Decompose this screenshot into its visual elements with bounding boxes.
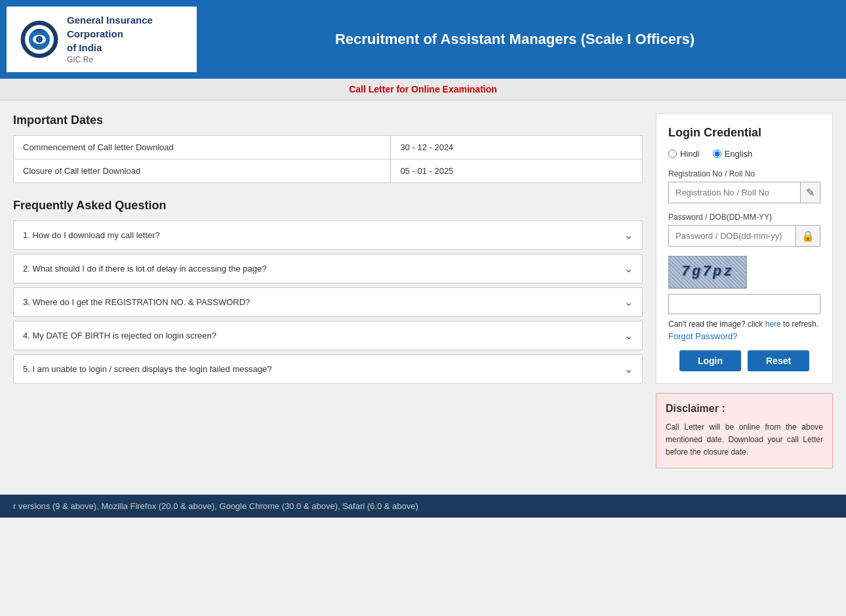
date-value-1: 30 - 12 - 2024 bbox=[391, 135, 643, 159]
captcha-text: 7g7pz bbox=[681, 264, 734, 280]
page-title: Recruitment of Assistant Managers (Scale… bbox=[203, 31, 846, 48]
reg-input-row: ✎ bbox=[668, 182, 820, 203]
edit-icon[interactable]: ✎ bbox=[800, 182, 820, 203]
logo-text: General Insurance Corporation of India G… bbox=[67, 13, 153, 66]
chevron-down-icon: ⌄ bbox=[624, 229, 633, 241]
faq-item-3[interactable]: 3. Where do I get the REGISTRATION NO. &… bbox=[13, 287, 643, 317]
svg-point-5 bbox=[37, 37, 41, 41]
faq-question-text-4: 4. My DATE OF BIRTH is rejected on login… bbox=[23, 331, 216, 340]
captcha-refresh-text: Can't read the image? click here to refr… bbox=[668, 319, 820, 329]
captcha-refresh-link[interactable]: here bbox=[765, 319, 781, 329]
button-row: Login Reset bbox=[668, 350, 820, 371]
reset-button[interactable]: Reset bbox=[748, 350, 809, 371]
disclaimer-text: Call Letter will be online from the abov… bbox=[666, 421, 823, 459]
faq-question-4[interactable]: 4. My DATE OF BIRTH is rejected on login… bbox=[14, 321, 642, 350]
chevron-down-icon: ⌄ bbox=[624, 296, 633, 308]
hindi-radio[interactable] bbox=[668, 150, 677, 158]
faq-item-1[interactable]: 1. How do I download my call letter? ⌄ bbox=[13, 220, 643, 250]
password-label: Password / DOB(DD-MM-YY) bbox=[668, 213, 820, 222]
captcha-image: 7g7pz bbox=[668, 256, 747, 289]
right-panel: Login Credential Hindi English Registrat… bbox=[656, 113, 833, 469]
login-box: Login Credential Hindi English Registrat… bbox=[656, 113, 833, 384]
faq-question-text-1: 1. How do I download my call letter? bbox=[23, 230, 160, 240]
faq-question-3[interactable]: 3. Where do I get the REGISTRATION NO. &… bbox=[14, 288, 642, 316]
lock-icon[interactable]: 🔒 bbox=[796, 226, 820, 246]
faq-question-text-5: 5. I am unable to login / screen display… bbox=[23, 364, 272, 374]
password-input[interactable] bbox=[669, 226, 796, 246]
disclaimer-title: Disclaimer : bbox=[666, 403, 823, 415]
faq-item-5[interactable]: 5. I am unable to login / screen display… bbox=[13, 354, 643, 384]
footer-text: r versions (9 & above), Mozilla Firefox … bbox=[13, 501, 418, 511]
language-selector: Hindi English bbox=[668, 149, 820, 159]
registration-input[interactable] bbox=[669, 182, 800, 203]
header: General Insurance Corporation of India G… bbox=[0, 0, 846, 79]
hindi-radio-label[interactable]: Hindi bbox=[668, 149, 700, 159]
chevron-down-icon: ⌄ bbox=[624, 329, 633, 342]
faq-question-text-3: 3. Where do I get the REGISTRATION NO. &… bbox=[23, 297, 250, 307]
table-row: Commencement of Call letter Download 30 … bbox=[14, 135, 643, 159]
chevron-down-icon: ⌄ bbox=[624, 262, 633, 275]
gic-logo-icon bbox=[20, 20, 59, 59]
login-title: Login Credential bbox=[668, 126, 820, 140]
date-label-2: Closure of Call letter Download bbox=[14, 159, 391, 182]
logo-abbr: GIC Re bbox=[67, 54, 153, 66]
login-button[interactable]: Login bbox=[679, 350, 741, 371]
english-radio[interactable] bbox=[713, 150, 721, 158]
faq-item-2[interactable]: 2. What should I do if there is lot of d… bbox=[13, 254, 643, 283]
faq-question-5[interactable]: 5. I am unable to login / screen display… bbox=[14, 355, 642, 383]
faq-question-1[interactable]: 1. How do I download my call letter? ⌄ bbox=[14, 221, 642, 249]
logo-line2: Corporation bbox=[67, 27, 153, 41]
english-label: English bbox=[725, 149, 753, 159]
date-value-2: 05 - 01 - 2025 bbox=[391, 159, 643, 182]
english-radio-label[interactable]: English bbox=[713, 149, 753, 159]
important-dates-title: Important Dates bbox=[13, 113, 643, 127]
sub-header: Call Letter for Online Examination bbox=[0, 79, 846, 100]
left-panel: Important Dates Commencement of Call let… bbox=[13, 113, 643, 469]
faq-title: Frequently Asked Question bbox=[13, 199, 643, 213]
forgot-password-link[interactable]: Forgot Password? bbox=[668, 331, 820, 341]
logo-line3: of India bbox=[67, 41, 153, 54]
captcha-input[interactable] bbox=[668, 294, 820, 314]
logo-box: General Insurance Corporation of India G… bbox=[7, 7, 197, 72]
main-content: Important Dates Commencement of Call let… bbox=[0, 100, 846, 482]
disclaimer-box: Disclaimer : Call Letter will be online … bbox=[656, 393, 833, 469]
faq-item-4[interactable]: 4. My DATE OF BIRTH is rejected on login… bbox=[13, 321, 643, 350]
footer: r versions (9 & above), Mozilla Firefox … bbox=[0, 495, 846, 518]
logo-line1: General Insurance bbox=[67, 13, 153, 27]
faq-question-2[interactable]: 2. What should I do if there is lot of d… bbox=[14, 255, 642, 283]
chevron-down-icon: ⌄ bbox=[624, 363, 633, 375]
dates-table: Commencement of Call letter Download 30 … bbox=[13, 135, 643, 183]
password-input-row: 🔒 bbox=[668, 225, 820, 247]
reg-label: Registration No / Roll No bbox=[668, 169, 820, 178]
hindi-label: Hindi bbox=[680, 149, 700, 159]
table-row: Closure of Call letter Download 05 - 01 … bbox=[14, 159, 643, 182]
sub-header-text: Call Letter for Online Examination bbox=[349, 84, 497, 94]
date-label-1: Commencement of Call letter Download bbox=[14, 135, 391, 159]
faq-question-text-2: 2. What should I do if there is lot of d… bbox=[23, 264, 266, 274]
